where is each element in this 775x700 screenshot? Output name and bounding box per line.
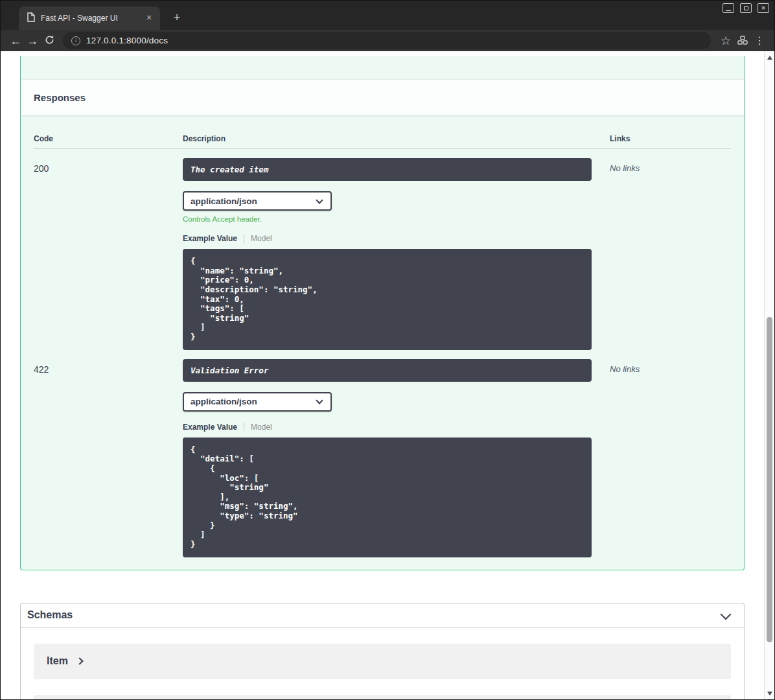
tab-example-value[interactable]: Example Value [183, 423, 237, 432]
responses-table-header: Code Description Links [34, 115, 731, 149]
tab-title: Fast API - Swagger UI [41, 14, 143, 23]
tab-separator [244, 235, 244, 243]
model-name: Item [47, 655, 68, 667]
tab-separator [244, 423, 244, 431]
browser-window: Fast API - Swagger UI × + × ← → i 127.0.… [0, 0, 775, 700]
site-info-icon[interactable]: i [71, 36, 80, 45]
chevron-right-icon [76, 657, 83, 664]
chevron-down-icon [316, 397, 323, 404]
page-favicon-icon [27, 12, 35, 25]
tab-close-icon[interactable]: × [143, 12, 155, 24]
response-links: No links [610, 158, 731, 350]
responses-table: Code Description Links 200 The created i… [21, 115, 744, 570]
response-description-cell: Validation Error application/json Exampl… [183, 359, 610, 557]
minimize-button[interactable] [723, 3, 734, 13]
media-type-value: application/json [191, 196, 257, 206]
response-row-422: 422 Validation Error application/json Ex… [34, 350, 731, 557]
maximize-button[interactable] [740, 3, 752, 13]
example-tabs: Example Value Model [183, 234, 610, 243]
model-item[interactable]: Item [34, 644, 731, 679]
schemas-body: Item ValidationError [21, 628, 744, 700]
col-header-links: Links [610, 134, 731, 143]
chevron-down-icon [316, 196, 323, 204]
accept-header-hint: Controls Accept header. [183, 215, 610, 223]
response-code: 422 [34, 359, 183, 557]
response-row-200: 200 The created item application/json Co… [34, 149, 731, 350]
address-bar[interactable]: i 127.0.0.1:8000/docs [63, 32, 711, 49]
chevron-down-icon [721, 609, 732, 620]
forward-icon[interactable]: → [24, 35, 41, 47]
schemas-header[interactable]: Schemas [21, 603, 744, 628]
close-button[interactable]: × [758, 3, 769, 13]
response-code: 200 [34, 158, 183, 350]
browser-tab[interactable]: Fast API - Swagger UI × [19, 6, 160, 30]
maximize-icon [744, 6, 748, 10]
swagger-page: Responses Code Description Links 200 The… [1, 51, 764, 699]
scroll-up-icon [767, 56, 772, 60]
example-json-block: { "detail": [ { "loc": [ "string" ], "ms… [183, 438, 592, 557]
scrollbar-thumb[interactable] [767, 317, 772, 642]
responses-title: Responses [34, 92, 731, 103]
schemas-section: Schemas Item ValidationError [20, 603, 745, 700]
window-controls: × [723, 3, 769, 13]
response-description-cell: The created item application/json Contro… [183, 158, 610, 350]
new-tab-button[interactable]: + [170, 10, 184, 25]
opblock-spacer [21, 56, 744, 79]
bookmark-star-icon[interactable]: ☆ [717, 35, 734, 47]
page-viewport: Responses Code Description Links 200 The… [1, 51, 774, 699]
reload-icon[interactable] [41, 34, 58, 47]
schemas-title: Schemas [27, 609, 73, 621]
example-json-block: { "name": "string", "price": 0, "descrip… [183, 249, 592, 350]
col-header-description: Description [183, 134, 610, 143]
response-description: The created item [183, 158, 592, 181]
scroll-up-button[interactable] [765, 52, 774, 63]
minimize-icon [726, 10, 731, 11]
media-type-select[interactable]: application/json [183, 392, 332, 412]
responses-section-header: Responses [21, 79, 744, 115]
response-description: Validation Error [183, 359, 592, 382]
tab-example-value[interactable]: Example Value [183, 234, 237, 243]
scrollbar[interactable] [764, 51, 774, 699]
opblock-post: Responses Code Description Links 200 The… [20, 56, 745, 570]
col-header-code: Code [34, 134, 183, 143]
media-type-select[interactable]: application/json [183, 191, 332, 211]
browser-titlebar: Fast API - Swagger UI × + × [1, 1, 774, 30]
tab-groups-icon[interactable] [734, 35, 751, 47]
scroll-down-icon [767, 692, 772, 695]
scroll-down-button[interactable] [765, 688, 774, 699]
browser-toolbar: ← → i 127.0.0.1:8000/docs ☆ ⋮ [1, 30, 774, 51]
url-text: 127.0.0.1:8000/docs [86, 36, 168, 45]
example-tabs: Example Value Model [183, 423, 610, 432]
tab-model[interactable]: Model [251, 423, 272, 432]
media-type-value: application/json [191, 397, 257, 406]
response-links: No links [610, 359, 731, 557]
tab-model[interactable]: Model [251, 234, 272, 243]
back-icon[interactable]: ← [7, 35, 24, 47]
model-validationerror[interactable]: ValidationError [34, 695, 731, 700]
menu-dots-icon[interactable]: ⋮ [751, 36, 768, 46]
